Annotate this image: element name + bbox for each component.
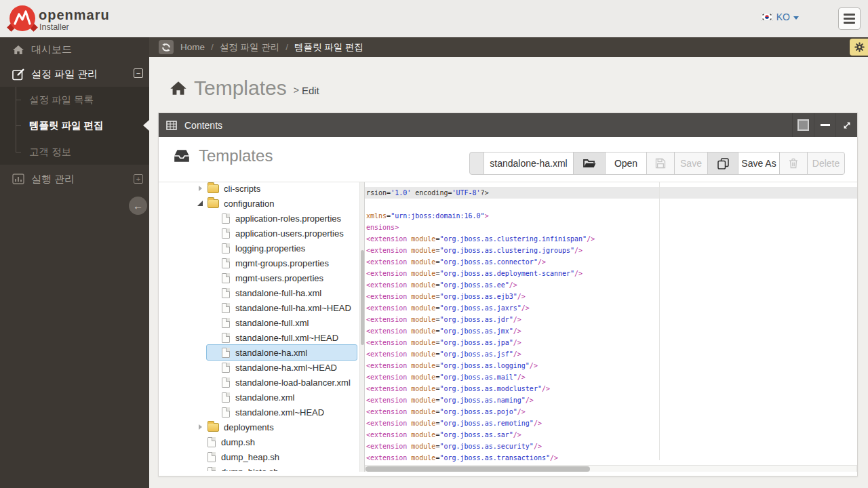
breadcrumb-home[interactable]: Home xyxy=(180,42,205,52)
filename-input[interactable] xyxy=(484,152,574,175)
open-file-icon-button[interactable] xyxy=(573,152,606,175)
tree-item-label: standalone-full.xml xyxy=(235,318,309,328)
tree-item-standalone-full-ha.xml~HEAD[interactable]: standalone-full-ha.xml~HEAD xyxy=(159,300,359,315)
delete-button[interactable]: Delete xyxy=(807,152,845,175)
code-line-20: <extension module="org.jboss.as.pojo"/> xyxy=(366,406,595,418)
collapse-arrow-icon[interactable] xyxy=(197,201,203,206)
code-line-8: <extension module="org.jboss.as.deployme… xyxy=(366,268,595,279)
code-line-6: <extension module="org.jboss.as.clusteri… xyxy=(366,245,595,256)
top-header: openmaru Installer KO xyxy=(0,0,868,37)
tree-item-label: standalone-full.xml~HEAD xyxy=(235,333,338,343)
gear-icon xyxy=(854,42,865,52)
product-name: Installer xyxy=(39,22,69,32)
arrow-left-icon: ← xyxy=(133,200,143,211)
breadcrumb-bar: Home / 설정 파일 관리 / 템플릿 파일 편집 xyxy=(149,37,868,57)
tree-item-application-users.properties[interactable]: application-users.properties xyxy=(159,226,359,241)
tree-item-deployments[interactable]: deployments xyxy=(159,420,359,434)
tree-item-cli-scripts[interactable]: cli-scripts xyxy=(159,182,359,196)
code-editor[interactable]: rsion='1.0' encoding='UTF-8'?> xmlns="ur… xyxy=(364,182,857,472)
tree-item-label: configuration xyxy=(224,199,274,209)
file-icon xyxy=(222,348,230,358)
expand-arrow-icon[interactable] xyxy=(199,424,202,430)
sidebar-item-config-file-management[interactable]: 설정 파일 관리 xyxy=(0,62,149,87)
sidebar-item-dashboard[interactable]: 대시보드 xyxy=(0,37,149,62)
code-line-1: rsion='1.0' encoding='UTF-8'?> xyxy=(366,187,595,199)
panel-expand-button[interactable] xyxy=(835,113,857,137)
tree-item-standalone-full.xml~HEAD[interactable]: standalone-full.xml~HEAD xyxy=(159,330,359,345)
tree-item-application-roles.properties[interactable]: application-roles.properties xyxy=(159,211,359,226)
tree-scrollbar xyxy=(359,182,364,472)
file-icon xyxy=(222,318,230,328)
breadcrumb-config-file-management[interactable]: 설정 파일 관리 xyxy=(220,41,280,54)
refresh-button[interactable] xyxy=(159,40,174,54)
file-icon xyxy=(222,243,230,253)
save-as-icon-button[interactable] xyxy=(707,152,738,175)
collapse-section-icon[interactable]: − xyxy=(134,68,143,78)
tree-item-standalone-full-ha.xml[interactable]: standalone-full-ha.xml xyxy=(159,285,359,300)
code-content: rsion='1.0' encoding='UTF-8'?> xmlns="ur… xyxy=(366,187,595,464)
tree-item-mgmt-users.properties[interactable]: mgmt-users.properties xyxy=(159,270,359,285)
tree-item-dump.sh[interactable]: dump.sh xyxy=(159,434,359,449)
tree-item-standalone.xml[interactable]: standalone.xml xyxy=(159,390,359,405)
tree-item-label: standalone-full-ha.xml~HEAD xyxy=(235,303,351,313)
tree-item-standalone.xml~HEAD[interactable]: standalone.xml~HEAD xyxy=(159,405,359,420)
breadcrumb-template-file-edit: 템플릿 파일 편집 xyxy=(294,41,363,54)
tree-item-label: dump_histo.sh xyxy=(221,467,279,472)
code-line-9: <extension module="org.jboss.as.ee"/> xyxy=(366,279,595,291)
tree-item-configuration[interactable]: configuration xyxy=(159,196,359,211)
tree-item-label: dump_heap.sh xyxy=(221,452,279,462)
panel-minimize-button[interactable] xyxy=(814,113,835,137)
floppy-icon xyxy=(655,158,666,169)
language-label: KO xyxy=(776,12,790,22)
editor-hscrollbar-thumb[interactable] xyxy=(366,466,590,472)
file-icon xyxy=(222,228,230,239)
tree-item-standalone-full.xml[interactable]: standalone-full.xml xyxy=(159,315,359,330)
tree-item-dump_histo.sh[interactable]: dump_histo.sh xyxy=(159,464,359,471)
breadcrumb: Home / 설정 파일 관리 / 템플릿 파일 편집 xyxy=(180,37,363,57)
settings-button[interactable] xyxy=(850,39,868,56)
sidebar-item-run-management[interactable]: 실행 관리 xyxy=(0,165,149,193)
code-line-7: <extension module="org.jboss.as.connecto… xyxy=(366,256,595,268)
open-button[interactable]: Open xyxy=(605,152,647,175)
file-action-group: Open Save xyxy=(469,152,845,175)
tree-item-standalone-load-balancer.xml[interactable]: standalone-load-balancer.xml xyxy=(159,375,359,390)
tree-item-standalone-ha.xml[interactable]: standalone-ha.xml xyxy=(159,345,359,360)
mountain-logo-icon xyxy=(9,5,35,31)
code-line-19: <extension module="org.jboss.as.naming"/… xyxy=(366,394,595,406)
edit-icon xyxy=(12,68,25,81)
code-line-11: <extension module="org.jboss.as.jaxrs"/> xyxy=(366,302,595,314)
templates-heading: Templates xyxy=(173,146,273,165)
sidebar-collapse-button[interactable]: ← xyxy=(129,197,147,215)
save-icon-button[interactable] xyxy=(646,152,675,175)
tree-item-logging.properties[interactable]: logging.properties xyxy=(159,241,359,256)
folder-icon xyxy=(208,423,219,432)
hamburger-menu-button[interactable] xyxy=(838,7,861,30)
tree-item-standalone-ha.xml~HEAD[interactable]: standalone-ha.xml~HEAD xyxy=(159,360,359,375)
hamburger-icon xyxy=(844,14,855,16)
tree-item-dump_heap.sh[interactable]: dump_heap.sh xyxy=(159,449,359,464)
file-tree: cli-scriptsconfigurationapplication-role… xyxy=(159,182,359,471)
code-line-21: <extension module="org.jboss.as.remoting… xyxy=(366,418,595,429)
sidebar-item-customer-info[interactable]: 고객 정보 xyxy=(0,139,149,165)
code-line-23: <extension module="org.jboss.as.security… xyxy=(366,441,595,452)
language-selector[interactable]: KO xyxy=(761,12,799,22)
delete-icon-button[interactable] xyxy=(779,152,808,175)
active-item-marker xyxy=(143,120,149,131)
tree-item-label: standalone.xml~HEAD xyxy=(235,407,324,418)
panel-box-button[interactable] xyxy=(792,113,814,137)
code-line-3: xmlns="urn:jboss:domain:16.0"> xyxy=(366,210,595,222)
sidebar-item-template-file-edit[interactable]: 템플릿 파일 편집 xyxy=(0,113,149,138)
save-as-button[interactable]: Save As xyxy=(738,152,780,175)
save-button[interactable]: Save xyxy=(674,152,708,175)
tree-item-label: application-users.properties xyxy=(235,228,344,239)
chart-icon xyxy=(12,174,25,184)
file-icon xyxy=(208,452,216,462)
file-icon xyxy=(222,407,230,418)
expand-arrow-icon[interactable] xyxy=(199,186,202,191)
sidebar-item-config-file-list[interactable]: 설정 파일 목록 xyxy=(0,87,149,113)
panel-title: Contents xyxy=(184,120,222,131)
contents-panel: Contents xyxy=(158,113,858,476)
expand-section-icon[interactable]: + xyxy=(134,174,143,184)
tree-item-mgmt-groups.properties[interactable]: mgmt-groups.properties xyxy=(159,256,359,270)
clone-icon xyxy=(717,158,729,169)
